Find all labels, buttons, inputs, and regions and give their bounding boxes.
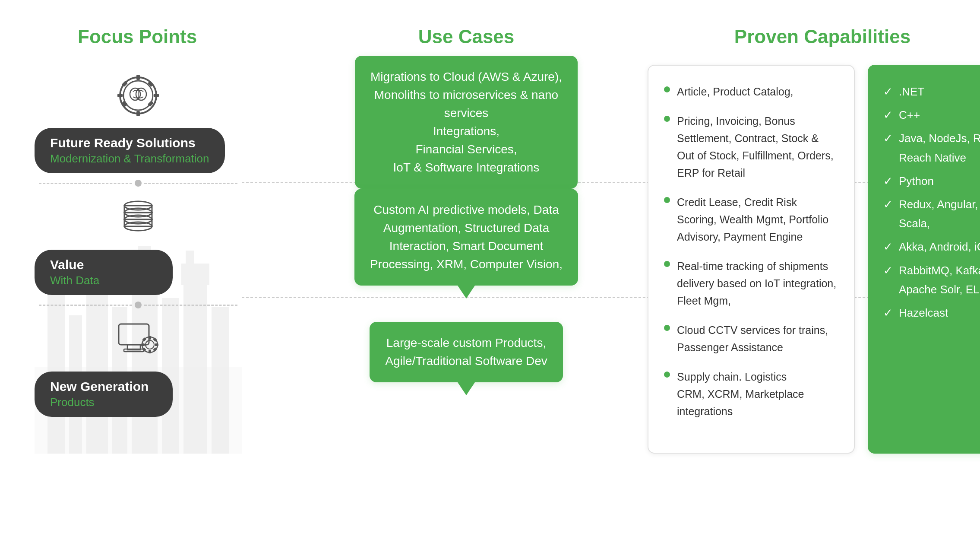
proven-cap-text-1: .NET: [899, 82, 924, 101]
proven-cap-item: ✓ Akka, Android, iOS,: [883, 237, 980, 256]
svg-rect-20: [154, 94, 159, 97]
check-icon: ✓: [883, 195, 893, 214]
list-item: Pricing, Invoicing, Bonus Settlement, Co…: [664, 112, 838, 181]
header-usecases: Use Cases: [319, 26, 613, 48]
bullet-dot: [664, 116, 670, 122]
usecase-item-2: Custom AI predictive models, Data Augmen…: [319, 180, 613, 295]
proven-capabilities-panel: ✓ .NET ✓ C++ ✓ Java, NodeJs, React, Reac…: [868, 65, 980, 454]
proven-cap-text-5: Redux, Angular, Scala,: [899, 195, 980, 233]
page-container: Focus Points Use Cases Proven Capabiliti…: [0, 0, 980, 540]
list-text-1: Article, Product Catalog,: [677, 83, 793, 100]
proven-cap-text-6: Akka, Android, iOS,: [899, 237, 980, 256]
bullet-dot: [664, 261, 670, 267]
svg-rect-18: [136, 111, 140, 116]
usecase-item-1: Migrations to Cloud (AWS & Azure), Monol…: [319, 65, 613, 180]
focus-main-label-2: Value: [50, 257, 157, 272]
focus-main-label-1: Future Ready Solutions: [50, 136, 209, 150]
usecase-bubble-2: Custom AI predictive models, Data Augmen…: [354, 189, 578, 286]
check-icon: ✓: [883, 82, 893, 101]
list-item: Cloud CCTV services for trains, Passenge…: [664, 321, 838, 356]
proven-cap-text-8: Hazelcast: [899, 303, 948, 322]
bullet-dot: [664, 197, 670, 203]
usecase-item-3: Large-scale custom Products, Agile/Tradi…: [319, 295, 613, 410]
proven-cap-item: ✓ C++: [883, 105, 980, 124]
focus-item-new-gen: New Generation Products: [35, 308, 242, 423]
usecase-text-1: Migrations to Cloud (AWS & Azure), Monol…: [370, 70, 562, 174]
bullet-dot: [664, 372, 670, 378]
proven-cap-item: ✓ Redux, Angular, Scala,: [883, 195, 980, 233]
headers-row: Focus Points Use Cases Proven Capabiliti…: [35, 26, 945, 48]
svg-rect-42: [141, 343, 145, 346]
focus-icon-area-1: [35, 72, 242, 119]
list-text-4: Real-time tracking of shipments delivery…: [677, 257, 838, 309]
svg-rect-35: [119, 324, 149, 345]
usecase-bubble-1: Migrations to Cloud (AWS & Azure), Monol…: [355, 56, 578, 189]
svg-point-25: [130, 88, 140, 100]
proven-cap-text-4: Python: [899, 172, 934, 191]
check-icon: ✓: [883, 172, 893, 191]
brain-gear-icon: [114, 72, 162, 119]
usecases-list-panel: Article, Product Catalog, Pricing, Invoi…: [648, 65, 855, 454]
focus-pill-future-ready: Future Ready Solutions Modernization & T…: [35, 128, 225, 173]
database-icon: [114, 194, 162, 241]
bullet-dot: [664, 86, 670, 92]
list-item: Supply chain. Logistics CRM, XCRM, Marke…: [664, 368, 838, 420]
check-icon: ✓: [883, 129, 893, 148]
focus-pill-new-gen: New Generation Products: [35, 372, 173, 417]
list-item: Credit Lease, Credit Risk Scoring, Wealt…: [664, 194, 838, 245]
focus-main-label-3: New Generation: [50, 379, 157, 394]
svg-rect-40: [149, 336, 151, 340]
usecase-text-2: Custom AI predictive models, Data Augmen…: [370, 203, 563, 271]
proven-cap-text-3: Java, NodeJs, React, Reach Native: [899, 129, 980, 167]
header-focus: Focus Points: [35, 26, 242, 48]
svg-rect-43: [155, 343, 158, 346]
list-item: Article, Product Catalog,: [664, 83, 838, 100]
focus-icon-area-3: [35, 315, 242, 363]
proven-cap-item: ✓ .NET: [883, 82, 980, 101]
bullet-dot: [664, 325, 670, 331]
svg-rect-19: [117, 94, 123, 97]
usecase-bubble-3: Large-scale custom Products, Agile/Tradi…: [370, 322, 563, 382]
list-text-3: Credit Lease, Credit Risk Scoring, Wealt…: [677, 194, 838, 245]
check-icon: ✓: [883, 303, 893, 322]
focus-item-future-ready: Future Ready Solutions Modernization & T…: [35, 65, 242, 180]
focus-pill-value-data: Value With Data: [35, 250, 173, 295]
focus-column: Future Ready Solutions Modernization & T…: [35, 65, 242, 454]
check-icon: ✓: [883, 105, 893, 124]
proven-cap-item: ✓ Java, NodeJs, React, Reach Native: [883, 129, 980, 167]
focus-sub-label-1: Modernization & Transformation: [50, 152, 209, 165]
proven-cap-item: ✓ Python: [883, 172, 980, 191]
list-item: Real-time tracking of shipments delivery…: [664, 257, 838, 309]
proven-cap-text-7: RabbitMQ, Kafka, Apache Solr, ELK.: [899, 261, 980, 299]
proven-cap-item: ✓ RabbitMQ, Kafka, Apache Solr, ELK.: [883, 261, 980, 299]
proven-cap-text-2: C++: [899, 105, 920, 124]
monitor-gear-icon: [114, 315, 162, 363]
list-text-2: Pricing, Invoicing, Bonus Settlement, Co…: [677, 112, 838, 181]
svg-rect-17: [136, 75, 140, 80]
right-area: Article, Product Catalog, Pricing, Invoi…: [648, 65, 980, 454]
proven-cap-item: ✓ Hazelcast: [883, 303, 980, 322]
check-icon: ✓: [883, 261, 893, 280]
check-icon: ✓: [883, 237, 893, 256]
list-text-5: Cloud CCTV services for trains, Passenge…: [677, 321, 838, 356]
header-proven: Proven Capabilities: [613, 26, 945, 48]
svg-point-26: [136, 88, 146, 100]
list-text-6: Supply chain. Logistics CRM, XCRM, Marke…: [677, 368, 838, 420]
focus-item-value-data: Value With Data: [35, 187, 242, 302]
focus-sub-label-2: With Data: [50, 274, 157, 287]
focus-sub-label-3: Products: [50, 396, 157, 409]
svg-rect-41: [149, 350, 151, 353]
usecase-text-3: Large-scale custom Products, Agile/Tradi…: [385, 336, 547, 368]
usecases-column: Migrations to Cloud (AWS & Azure), Monol…: [319, 65, 613, 454]
focus-icon-area-2: [35, 194, 242, 241]
